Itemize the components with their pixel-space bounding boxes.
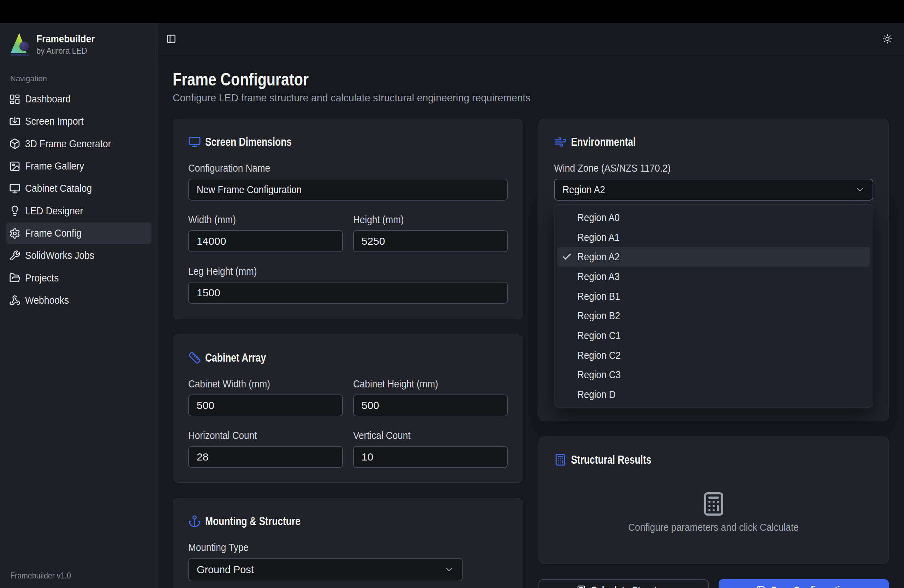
svg-text:AURORA DISPLAY: AURORA DISPLAY — [11, 54, 29, 57]
